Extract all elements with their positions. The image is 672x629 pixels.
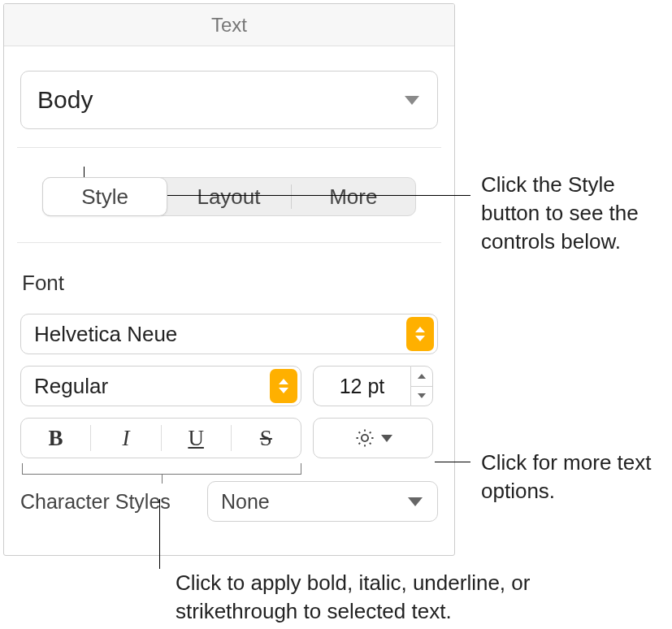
character-styles-label: Character Styles xyxy=(20,490,191,514)
divider xyxy=(17,147,441,148)
gear-icon xyxy=(353,427,376,449)
character-style-value: None xyxy=(221,490,270,514)
chevron-down-icon xyxy=(405,96,419,105)
font-size-step-up[interactable] xyxy=(411,367,432,387)
font-family-value: Helvetica Neue xyxy=(21,322,406,347)
inspector-tabs: Style Layout More xyxy=(42,177,416,216)
font-weight-select[interactable]: Regular xyxy=(20,366,301,406)
font-size-stepper[interactable]: 12 pt xyxy=(313,366,433,406)
italic-button[interactable]: I xyxy=(91,419,160,458)
font-size-stepper-buttons xyxy=(410,366,433,406)
strikethrough-button[interactable]: S xyxy=(232,419,301,458)
paragraph-style-value: Body xyxy=(37,86,93,114)
panel-title: Text xyxy=(4,4,454,46)
font-size-value[interactable]: 12 pt xyxy=(313,366,410,406)
character-style-select[interactable]: None xyxy=(207,481,438,522)
chevron-down-icon xyxy=(381,435,392,442)
font-family-select[interactable]: Helvetica Neue xyxy=(20,314,438,354)
tab-layout[interactable]: Layout xyxy=(167,178,290,215)
updown-icon xyxy=(270,369,297,403)
callout-bius: Click to apply bold, italic, underline, … xyxy=(176,569,566,626)
callout-style-tab: Click the Style button to see the contro… xyxy=(481,171,664,256)
font-size-step-down[interactable] xyxy=(411,387,432,406)
text-style-group: B I U S xyxy=(20,418,301,458)
more-text-options-button[interactable] xyxy=(313,418,433,458)
text-inspector-panel: Text Body Style Layout More Font Helveti… xyxy=(3,3,455,556)
font-weight-value: Regular xyxy=(21,374,270,399)
underline-button[interactable]: U xyxy=(162,419,231,458)
bracket-decoration xyxy=(22,463,301,475)
tab-more[interactable]: More xyxy=(292,178,415,215)
divider xyxy=(17,242,441,243)
tab-style[interactable]: Style xyxy=(42,177,167,216)
bold-button[interactable]: B xyxy=(21,419,90,458)
callout-leader xyxy=(435,462,470,462)
callout-leader xyxy=(159,499,160,569)
paragraph-style-select[interactable]: Body xyxy=(20,71,438,129)
callout-gear: Click for more text options. xyxy=(481,449,660,505)
updown-icon xyxy=(406,317,434,351)
font-section-label: Font xyxy=(22,271,438,296)
chevron-down-icon xyxy=(408,497,423,506)
